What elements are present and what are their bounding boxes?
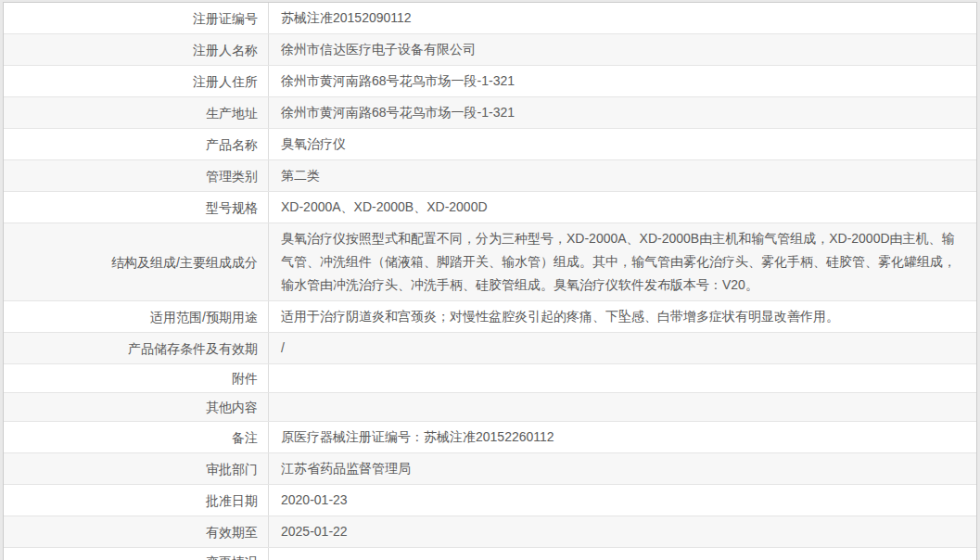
row-label-text: 附件: [232, 367, 258, 389]
row-label: 审批部门: [4, 453, 269, 484]
row-value: 臭氧治疗仪: [269, 129, 976, 159]
row-value-text: 臭氧治疗仪: [281, 133, 346, 156]
row-label-text: 适用范围/预期用途: [150, 306, 258, 328]
row-value: 原医疗器械注册证编号：苏械注准20152260112: [269, 422, 976, 452]
table-row: 注册人住所 徐州市黄河南路68号花鸟市场一段-1-321: [4, 66, 976, 97]
row-label-text: 审批部门: [206, 458, 258, 480]
table-row: 附件: [4, 364, 976, 393]
row-label: 变更情况: [4, 548, 269, 560]
row-label: 附件: [4, 364, 269, 392]
row-label: 注册证编号: [4, 3, 269, 33]
row-label-text: 产品名称: [206, 134, 258, 156]
row-value: 江苏省药品监督管理局: [269, 453, 976, 484]
row-label: 注册人名称: [4, 34, 269, 65]
row-value-text: /: [281, 337, 285, 360]
row-value-text: 臭氧治疗仪按照型式和配置不同，分为三种型号，XD-2000A、XD-2000B由…: [281, 227, 963, 297]
row-value: [269, 364, 976, 392]
table-row: 其他内容: [4, 393, 976, 422]
row-value-text: 徐州市信达医疗电子设备有限公司: [281, 38, 476, 61]
table-row: 注册证编号 苏械注准20152090112: [4, 3, 976, 34]
table-row: 产品名称 臭氧治疗仪: [4, 129, 976, 160]
row-value: [269, 548, 976, 560]
table-row: 变更情况: [4, 548, 976, 560]
row-label: 批准日期: [4, 485, 269, 515]
row-value-text: 徐州市黄河南路68号花鸟市场一段-1-321: [281, 70, 515, 93]
table-row: 备注 原医疗器械注册证编号：苏械注准20152260112: [4, 422, 976, 453]
row-value: XD-2000A、XD-2000B、XD-2000D: [269, 192, 976, 223]
row-value: /: [269, 333, 976, 363]
row-value: 适用于治疗阴道炎和宫颈炎；对慢性盆腔炎引起的疼痛、下坠感、白带增多症状有明显改善…: [269, 301, 976, 332]
row-label-text: 管理类别: [206, 165, 258, 187]
row-value: 徐州市黄河南路68号花鸟市场一段-1-321: [269, 66, 976, 96]
row-label: 管理类别: [4, 160, 269, 191]
row-value-text: 适用于治疗阴道炎和宫颈炎；对慢性盆腔炎引起的疼痛、下坠感、白带增多症状有明显改善…: [281, 305, 839, 328]
registration-info-table: 注册证编号 苏械注准20152090112 注册人名称 徐州市信达医疗电子设备有…: [3, 2, 977, 560]
row-label-text: 变更情况: [206, 551, 258, 560]
row-value-text: 第二类: [281, 164, 320, 187]
row-value: 徐州市黄河南路68号花鸟市场一段-1-321: [269, 97, 976, 128]
row-value-text: 苏械注准20152090112: [281, 6, 412, 30]
row-label: 产品储存条件及有效期: [4, 333, 269, 363]
row-label: 生产地址: [4, 97, 269, 128]
row-label-text: 注册人名称: [193, 39, 258, 61]
row-label-text: 批准日期: [206, 490, 258, 512]
row-value: 苏械注准20152090112: [269, 3, 976, 33]
row-value: 徐州市信达医疗电子设备有限公司: [269, 34, 976, 65]
row-value: 2025-01-22: [269, 516, 976, 547]
row-label-text: 其他内容: [206, 396, 258, 418]
table-row: 批准日期 2020-01-23: [4, 485, 976, 516]
table-row: 管理类别 第二类: [4, 160, 976, 192]
row-label-text: 产品储存条件及有效期: [128, 337, 258, 360]
row-label-text: 注册证编号: [193, 7, 258, 30]
row-value-text: XD-2000A、XD-2000B、XD-2000D: [281, 196, 488, 219]
table-row: 生产地址 徐州市黄河南路68号花鸟市场一段-1-321: [4, 97, 976, 129]
row-label-text: 型号规格: [206, 197, 258, 219]
row-label: 结构及组成/主要组成成分: [4, 223, 269, 300]
row-value-text: 原医疗器械注册证编号：苏械注准20152260112: [281, 426, 554, 449]
row-value-text: 徐州市黄河南路68号花鸟市场一段-1-321: [281, 101, 515, 124]
row-label: 型号规格: [4, 192, 269, 223]
row-value-text: 江苏省药品监督管理局: [281, 457, 411, 480]
row-label: 适用范围/预期用途: [4, 301, 269, 332]
row-value-text: 2020-01-23: [281, 489, 348, 512]
row-value: [269, 393, 976, 421]
row-label: 有效期至: [4, 516, 269, 547]
row-value: 臭氧治疗仪按照型式和配置不同，分为三种型号，XD-2000A、XD-2000B由…: [269, 223, 976, 300]
row-label-text: 生产地址: [206, 102, 258, 124]
table-row: 型号规格 XD-2000A、XD-2000B、XD-2000D: [4, 192, 976, 223]
table-row: 注册人名称 徐州市信达医疗电子设备有限公司: [4, 34, 976, 66]
row-label-text: 注册人住所: [193, 70, 258, 93]
row-label: 备注: [4, 422, 269, 452]
row-value: 2020-01-23: [269, 485, 976, 515]
row-label-text: 结构及组成/主要组成成分: [111, 251, 258, 274]
row-label: 注册人住所: [4, 66, 269, 96]
row-label-text: 备注: [232, 426, 258, 449]
table-row: 结构及组成/主要组成成分 臭氧治疗仪按照型式和配置不同，分为三种型号，XD-20…: [4, 223, 976, 301]
row-label: 产品名称: [4, 129, 269, 159]
row-value: 第二类: [269, 160, 976, 191]
row-label-text: 有效期至: [206, 521, 258, 543]
table-row: 有效期至 2025-01-22: [4, 516, 976, 548]
table-row: 审批部门 江苏省药品监督管理局: [4, 453, 976, 485]
row-label: 其他内容: [4, 393, 269, 421]
table-row: 产品储存条件及有效期 /: [4, 333, 976, 364]
table-row: 适用范围/预期用途 适用于治疗阴道炎和宫颈炎；对慢性盆腔炎引起的疼痛、下坠感、白…: [4, 301, 976, 333]
row-value-text: 2025-01-22: [281, 520, 348, 543]
